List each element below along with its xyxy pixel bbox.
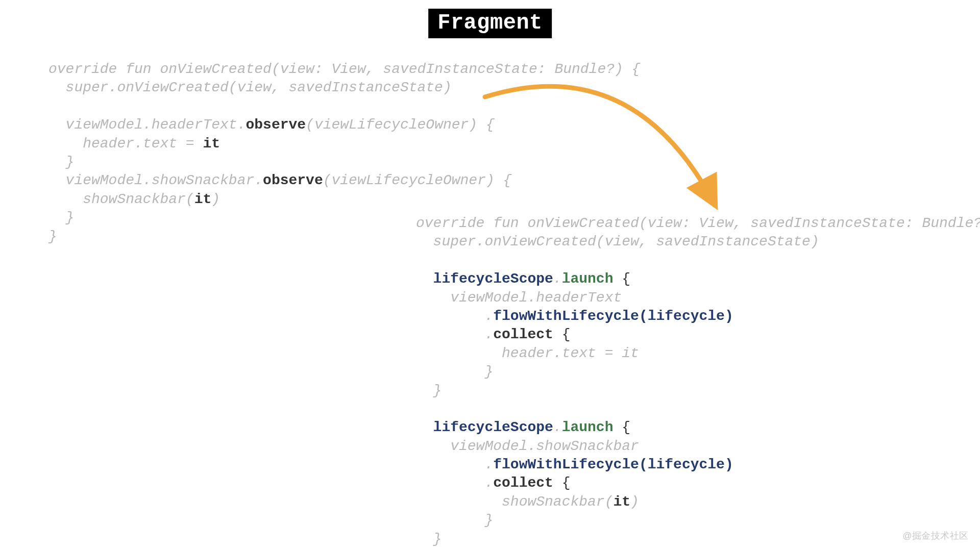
code-block-after: override fun onViewCreated(view: View, s… bbox=[416, 214, 980, 551]
slide: Fragment override fun onViewCreated(view… bbox=[0, 0, 980, 551]
page-title: Fragment bbox=[428, 9, 552, 38]
watermark: @掘金技术社区 bbox=[902, 530, 969, 542]
